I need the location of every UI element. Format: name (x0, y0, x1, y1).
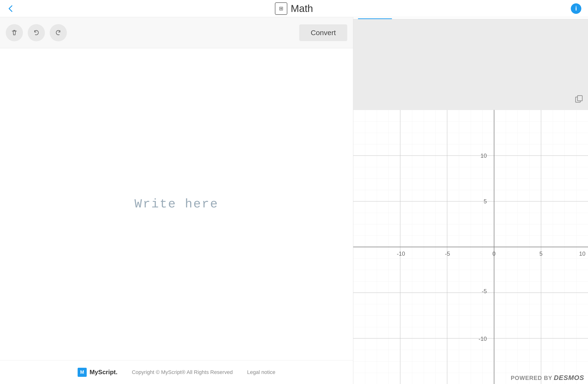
math-icon-box: ⊞ (275, 2, 287, 15)
svg-rect-1 (577, 96, 582, 101)
right-panel: Math LaTeX MathML (353, 0, 588, 384)
convert-button[interactable]: Convert (299, 24, 347, 41)
svg-text:-10: -10 (479, 336, 487, 342)
myscript-logo: M MyScript. (78, 368, 118, 377)
toolbar-left (6, 24, 67, 41)
copy-button[interactable] (575, 95, 583, 105)
undo-button[interactable] (28, 24, 45, 41)
svg-text:-5: -5 (482, 288, 487, 294)
svg-text:10: 10 (579, 250, 586, 257)
svg-text:-10: -10 (397, 250, 405, 257)
footer: M MyScript. Copyright © MyScript® All Ri… (0, 360, 353, 384)
powered-by: POWERED BY desmos (511, 374, 584, 382)
svg-text:10: 10 (481, 153, 487, 159)
convert-label: Convert (311, 29, 336, 37)
logo-text: MyScript. (90, 368, 118, 376)
redo-button[interactable] (50, 24, 67, 41)
logo-icon: M (78, 368, 87, 377)
app-title: ⊞ Math (275, 2, 313, 15)
math-display (353, 19, 588, 110)
write-placeholder: Write here (134, 197, 219, 211)
legal-notice-link[interactable]: Legal notice (247, 369, 275, 375)
info-icon: i (575, 5, 577, 12)
math-icon: ⊞ (279, 5, 283, 12)
svg-text:0: 0 (492, 250, 496, 257)
back-button[interactable] (7, 4, 15, 13)
title-text: Math (291, 3, 313, 14)
svg-text:5: 5 (484, 198, 487, 204)
svg-text:-5: -5 (445, 250, 450, 257)
info-button[interactable]: i (571, 3, 581, 14)
delete-button[interactable] (6, 24, 23, 41)
toolbar: Convert (0, 17, 353, 48)
copyright-text: Copyright © MyScript® All Rights Reserve… (132, 369, 233, 375)
writing-area[interactable]: Write here (0, 48, 353, 360)
header: ⊞ Math i (0, 0, 588, 17)
graph-grid: -10 -5 0 5 10 10 5 -5 -10 (353, 110, 588, 384)
graph-area: -10 -5 0 5 10 10 5 -5 -10 POWERED BY des… (353, 110, 588, 384)
svg-text:5: 5 (540, 250, 543, 257)
